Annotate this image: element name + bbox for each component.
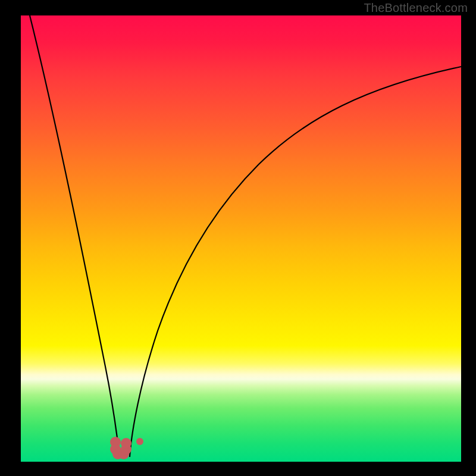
plot-area: [21, 15, 461, 462]
marker-dot: [121, 438, 131, 449]
watermark-text: TheBottleneck.com: [364, 1, 468, 15]
curve-layer: [21, 15, 461, 462]
right-marker-dot: [136, 438, 143, 445]
chart-frame: TheBottleneck.com: [0, 0, 476, 476]
curve-right-branch: [130, 67, 461, 457]
vertex-marker-cluster: [110, 436, 134, 459]
curve-left-branch: [30, 15, 120, 457]
